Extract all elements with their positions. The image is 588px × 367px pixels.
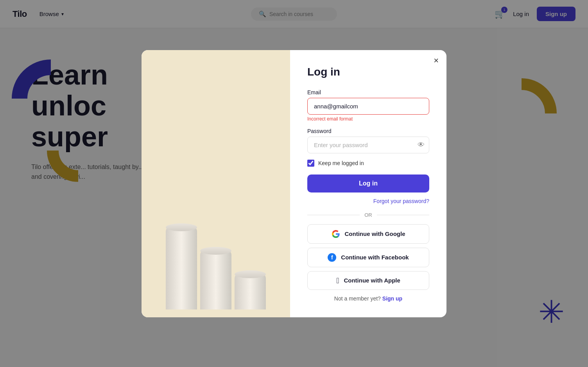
short-cylinder — [235, 270, 266, 309]
email-error-message: Incorrect email format — [307, 116, 429, 122]
keep-logged-checkbox[interactable] — [307, 160, 314, 167]
keep-logged-label: Keep me logged in — [318, 160, 364, 166]
cylinders-decoration — [166, 223, 266, 309]
password-toggle-icon[interactable]: 👁 — [418, 141, 425, 149]
facebook-login-button[interactable]: f Continue with Facebook — [307, 248, 429, 267]
modal-left-panel — [142, 50, 290, 317]
forgot-password-link[interactable]: Forgot your password? — [307, 198, 429, 204]
password-label: Password — [307, 128, 429, 134]
email-input[interactable] — [307, 98, 429, 115]
login-modal: × Log in Email Incorrect email format Pa… — [142, 50, 446, 317]
modal-right-panel: × Log in Email Incorrect email format Pa… — [290, 50, 446, 317]
facebook-icon: f — [328, 253, 336, 262]
apple-login-button[interactable]:  Continue with Apple — [307, 271, 429, 290]
apple-icon:  — [336, 277, 339, 284]
signup-link[interactable]: Sign up — [382, 295, 402, 302]
password-input-wrapper: 👁 — [307, 137, 429, 153]
email-label: Email — [307, 89, 429, 95]
login-submit-button[interactable]: Log in — [307, 175, 429, 192]
google-button-label: Continue with Google — [345, 230, 405, 237]
tall-cylinder — [166, 223, 197, 309]
google-icon — [332, 230, 340, 238]
email-input-wrapper — [307, 98, 429, 115]
not-member-row: Not a member yet? Sign up — [307, 295, 429, 302]
google-login-button[interactable]: Continue with Google — [307, 224, 429, 244]
or-divider: OR — [307, 212, 429, 218]
not-member-text: Not a member yet? — [334, 295, 381, 302]
apple-button-label: Continue with Apple — [344, 277, 400, 284]
facebook-button-label: Continue with Facebook — [341, 254, 409, 261]
or-text: OR — [364, 212, 372, 218]
modal-title: Log in — [307, 66, 429, 78]
password-input[interactable] — [307, 137, 429, 153]
or-line-right — [377, 215, 429, 215]
close-button[interactable]: × — [434, 56, 439, 65]
keep-logged-row: Keep me logged in — [307, 160, 429, 167]
or-line-left — [307, 215, 360, 215]
mid-cylinder — [200, 247, 231, 309]
modal-overlay: × Log in Email Incorrect email format Pa… — [0, 0, 588, 367]
